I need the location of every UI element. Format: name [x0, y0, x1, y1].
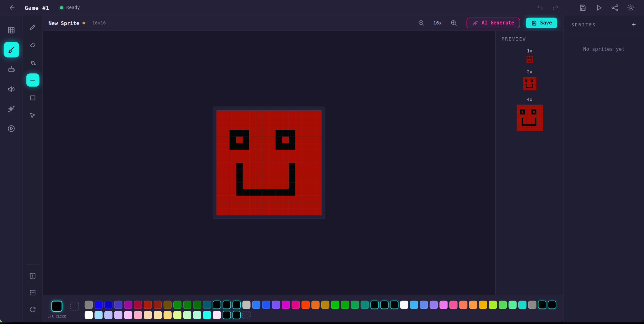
- canvas-pixel[interactable]: [263, 156, 269, 163]
- palette-swatch[interactable]: [144, 311, 152, 319]
- canvas-pixel[interactable]: [302, 156, 308, 163]
- canvas-pixel[interactable]: [243, 150, 249, 156]
- canvas-pixel[interactable]: [302, 117, 308, 123]
- canvas-pixel[interactable]: [275, 182, 282, 189]
- tool-flip-vertical[interactable]: [26, 286, 39, 299]
- canvas-pixel[interactable]: [216, 137, 223, 143]
- canvas-pixel[interactable]: [289, 182, 295, 189]
- canvas-pixel[interactable]: [256, 137, 262, 143]
- canvas-pixel[interactable]: [216, 163, 223, 169]
- canvas-pixel[interactable]: [275, 110, 282, 117]
- canvas-pixel[interactable]: [289, 143, 295, 150]
- palette-swatch[interactable]: [183, 311, 191, 319]
- canvas-pixel[interactable]: [263, 137, 269, 143]
- palette-swatch[interactable]: [548, 301, 556, 309]
- canvas-pixel[interactable]: [282, 124, 289, 130]
- canvas-pixel[interactable]: [263, 189, 269, 196]
- palette-swatch[interactable]: [439, 301, 447, 309]
- palette-swatch[interactable]: [459, 301, 467, 309]
- canvas-pixel[interactable]: [308, 117, 315, 123]
- canvas-pixel[interactable]: [315, 196, 322, 202]
- canvas-pixel[interactable]: [275, 137, 282, 143]
- canvas-pixel[interactable]: [249, 156, 256, 163]
- canvas-pixel[interactable]: [230, 202, 236, 209]
- canvas-pixel[interactable]: [243, 163, 249, 169]
- canvas-pixel[interactable]: [216, 209, 223, 215]
- canvas-pixel[interactable]: [282, 182, 289, 189]
- palette-swatch[interactable]: [233, 311, 241, 319]
- canvas-pixel[interactable]: [269, 202, 275, 209]
- canvas-pixel[interactable]: [315, 189, 322, 196]
- canvas-pixel[interactable]: [295, 163, 302, 169]
- canvas-pixel[interactable]: [315, 202, 322, 209]
- canvas-pixel[interactable]: [269, 163, 275, 169]
- canvas-pixel[interactable]: [243, 202, 249, 209]
- canvas-pixel[interactable]: [223, 156, 229, 163]
- canvas-pixel[interactable]: [295, 150, 302, 156]
- palette-swatch[interactable]: [114, 311, 122, 319]
- canvas-pixel[interactable]: [308, 182, 315, 189]
- palette-swatch[interactable]: [292, 301, 300, 309]
- canvas-pixel[interactable]: [216, 117, 223, 123]
- canvas-pixel[interactable]: [308, 130, 315, 136]
- canvas-pixel[interactable]: [315, 150, 322, 156]
- canvas-pixel[interactable]: [249, 137, 256, 143]
- palette-swatch[interactable]: [272, 301, 280, 309]
- palette-swatch[interactable]: [183, 301, 191, 309]
- canvas-pixel[interactable]: [256, 150, 262, 156]
- canvas-pixel[interactable]: [263, 176, 269, 182]
- canvas-pixel[interactable]: [223, 143, 229, 150]
- canvas-pixel[interactable]: [216, 143, 223, 150]
- canvas-pixel[interactable]: [282, 130, 289, 136]
- canvas-pixel[interactable]: [302, 150, 308, 156]
- canvas-pixel[interactable]: [223, 182, 229, 189]
- canvas-pixel[interactable]: [249, 163, 256, 169]
- canvas-pixel[interactable]: [243, 189, 249, 196]
- palette-swatch[interactable]: [154, 311, 162, 319]
- canvas-pixel[interactable]: [223, 196, 229, 202]
- canvas-pixel[interactable]: [282, 202, 289, 209]
- palette-swatch[interactable]: [538, 301, 546, 309]
- canvas-pixel[interactable]: [295, 143, 302, 150]
- canvas-pixel[interactable]: [223, 170, 229, 176]
- canvas-pixel[interactable]: [236, 182, 243, 189]
- tool-pencil[interactable]: [26, 21, 39, 34]
- canvas-pixel[interactable]: [308, 202, 315, 209]
- canvas-pixel[interactable]: [269, 176, 275, 182]
- canvas-pixel[interactable]: [256, 117, 262, 123]
- tool-fill[interactable]: [26, 56, 39, 69]
- canvas-pixel[interactable]: [275, 163, 282, 169]
- canvas-pixel[interactable]: [295, 117, 302, 123]
- canvas-pixel[interactable]: [263, 170, 269, 176]
- canvas-pixel[interactable]: [216, 170, 223, 176]
- canvas-pixel[interactable]: [295, 182, 302, 189]
- canvas-pixel[interactable]: [223, 209, 229, 215]
- canvas-pixel[interactable]: [275, 202, 282, 209]
- canvas-pixel[interactable]: [230, 150, 236, 156]
- canvas-pixel[interactable]: [249, 202, 256, 209]
- canvas-pixel[interactable]: [308, 137, 315, 143]
- canvas-pixel[interactable]: [302, 124, 308, 130]
- canvas-pixel[interactable]: [308, 110, 315, 117]
- palette-swatch[interactable]: [370, 301, 379, 309]
- canvas-pixel[interactable]: [289, 130, 295, 136]
- canvas-pixel[interactable]: [236, 156, 243, 163]
- canvas-pixel[interactable]: [315, 176, 322, 182]
- canvas-pixel[interactable]: [315, 124, 322, 130]
- canvas-pixel[interactable]: [269, 182, 275, 189]
- sidebar-item-robot[interactable]: [4, 61, 19, 77]
- canvas-pixel[interactable]: [263, 143, 269, 150]
- canvas-pixel[interactable]: [216, 110, 223, 117]
- canvas-pixel[interactable]: [243, 196, 249, 202]
- canvas-pixel[interactable]: [223, 150, 229, 156]
- canvas-pixel[interactable]: [289, 163, 295, 169]
- palette-swatch[interactable]: [361, 301, 369, 309]
- undo-button[interactable]: [535, 3, 544, 12]
- palette-swatch[interactable]: [193, 311, 201, 319]
- canvas-pixel[interactable]: [236, 163, 243, 169]
- canvas-pixel[interactable]: [236, 189, 243, 196]
- canvas-pixel[interactable]: [230, 196, 236, 202]
- canvas-pixel[interactable]: [236, 124, 243, 130]
- pixel-canvas[interactable]: [216, 110, 322, 215]
- canvas-pixel[interactable]: [295, 124, 302, 130]
